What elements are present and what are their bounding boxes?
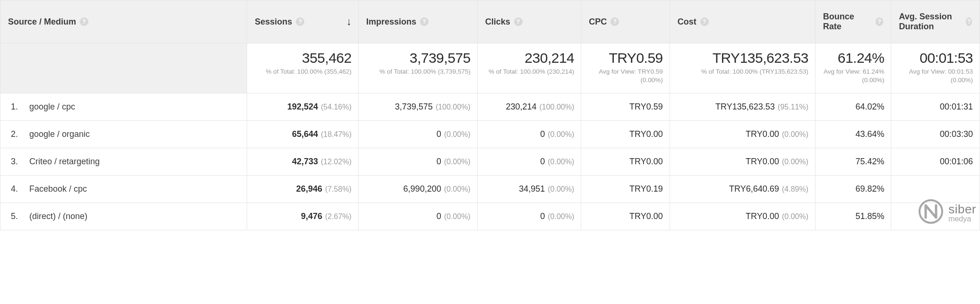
help-icon[interactable]: ? xyxy=(514,17,523,26)
totals-value: 61.24% xyxy=(822,50,885,66)
totals-cpc: TRY0.59 Avg for View: TRY0.59 (0.00%) xyxy=(581,43,670,93)
cpc-cell: TRY0.00 xyxy=(581,121,670,148)
report-table: Source / Medium ? Sessions ? ↓ Impressio… xyxy=(0,0,980,230)
avg-cell: 00:01:31 xyxy=(891,93,980,121)
impressions-cell: 0(0.00%) xyxy=(358,148,477,176)
source-cell[interactable]: 2. google / organic xyxy=(0,121,247,148)
percent: (0.00%) xyxy=(548,158,574,166)
value: 6,990,200 xyxy=(404,184,441,194)
avg-cell xyxy=(891,203,980,230)
row-number: 3. xyxy=(11,157,20,167)
percent: (7.58%) xyxy=(325,185,352,193)
cost-cell: TRY0.00(0.00%) xyxy=(670,121,815,148)
value: TRY0.00 xyxy=(746,211,779,221)
value: TRY6,640.69 xyxy=(729,184,779,194)
percent: (18.47%) xyxy=(321,130,352,138)
totals-source-cell xyxy=(0,43,247,93)
value: 0 xyxy=(540,211,545,221)
row-number: 2. xyxy=(11,129,20,139)
value: 00:01:31 xyxy=(940,102,973,111)
totals-sub: % of Total: 100.00% (230,214) xyxy=(484,68,575,76)
source-medium: (direct) / (none) xyxy=(29,211,87,221)
table-row[interactable]: 1. google / cpc 192,524(54.16%) 3,739,57… xyxy=(0,93,980,121)
source-medium: google / cpc xyxy=(29,102,75,111)
table-row[interactable]: 4. Facebook / cpc 26,946(7.58%) 6,990,20… xyxy=(0,176,980,203)
table-row[interactable]: 3. Criteo / retargeting 42,733(12.02%) 0… xyxy=(0,148,980,176)
help-icon[interactable]: ? xyxy=(296,17,304,26)
col-header-avg-session[interactable]: Avg. Session Duration ? xyxy=(891,0,980,43)
col-header-clicks[interactable]: Clicks ? xyxy=(477,0,581,43)
help-icon[interactable]: ? xyxy=(80,17,88,26)
clicks-cell: 230,214(100.00%) xyxy=(477,93,581,121)
totals-bounce: 61.24% Avg for View: 61.24% (0.00%) xyxy=(815,43,891,93)
percent: (0.00%) xyxy=(548,212,574,220)
source-cell[interactable]: 3. Criteo / retargeting xyxy=(0,148,247,176)
col-header-label: CPC xyxy=(589,17,607,27)
source-cell[interactable]: 1. google / cpc xyxy=(0,93,247,121)
value: TRY0.00 xyxy=(746,129,779,139)
col-header-cpc[interactable]: CPC ? xyxy=(581,0,670,43)
value: 43.64% xyxy=(855,129,884,139)
bounce-cell: 43.64% xyxy=(815,121,891,148)
percent: (0.00%) xyxy=(548,130,574,138)
value: 3,739,575 xyxy=(395,102,433,111)
percent: (100.00%) xyxy=(539,103,574,111)
value: 230,214 xyxy=(506,102,536,111)
cpc-cell: TRY0.00 xyxy=(581,148,670,176)
col-header-impressions[interactable]: Impressions ? xyxy=(358,0,477,43)
bounce-cell: 75.42% xyxy=(815,148,891,176)
sort-descending-icon[interactable]: ↓ xyxy=(346,16,352,28)
percent: (4.89%) xyxy=(782,185,808,193)
sessions-cell: 26,946(7.58%) xyxy=(247,176,359,203)
value: 75.42% xyxy=(855,157,884,166)
percent: (0.00%) xyxy=(548,185,574,193)
avg-cell xyxy=(891,176,980,203)
bounce-cell: 64.02% xyxy=(815,93,891,121)
col-header-label: Source / Medium xyxy=(8,17,76,27)
percent: (0.00%) xyxy=(782,130,808,138)
totals-sub: Avg for View: 61.24% (0.00%) xyxy=(822,68,885,84)
help-icon[interactable]: ? xyxy=(610,17,619,26)
table-row[interactable]: 5. (direct) / (none) 9,476(2.67%) 0(0.00… xyxy=(0,203,980,230)
source-medium: Criteo / retargeting xyxy=(29,157,100,166)
col-header-label: Cost xyxy=(678,17,696,27)
totals-sub: % of Total: 100.00% (TRY135,623.53) xyxy=(677,68,808,76)
percent: (2.67%) xyxy=(325,212,352,220)
percent: (12.02%) xyxy=(321,158,352,166)
help-icon[interactable]: ? xyxy=(420,17,429,26)
help-icon[interactable]: ? xyxy=(700,17,709,26)
totals-sessions: 355,462 % of Total: 100.00% (355,462) xyxy=(247,43,359,93)
percent: (0.00%) xyxy=(782,212,808,220)
row-number: 1. xyxy=(11,102,20,112)
value: 64.02% xyxy=(855,102,884,111)
totals-value: 355,462 xyxy=(254,50,352,66)
col-header-source[interactable]: Source / Medium ? xyxy=(0,0,247,43)
value: 51.85% xyxy=(855,211,884,221)
col-header-cost[interactable]: Cost ? xyxy=(670,0,815,43)
clicks-cell: 34,951(0.00%) xyxy=(477,176,581,203)
impressions-cell: 6,990,200(0.00%) xyxy=(358,176,477,203)
totals-value: TRY135,623.53 xyxy=(677,50,808,66)
value: 0 xyxy=(437,129,441,139)
row-number: 4. xyxy=(11,184,20,194)
value: 0 xyxy=(437,211,441,221)
bounce-cell: 69.82% xyxy=(815,176,891,203)
totals-impressions: 3,739,575 % of Total: 100.00% (3,739,575… xyxy=(358,43,477,93)
row-number: 5. xyxy=(11,211,20,221)
totals-clicks: 230,214 % of Total: 100.00% (230,214) xyxy=(477,43,581,93)
totals-sub: % of Total: 100.00% (3,739,575) xyxy=(365,68,471,76)
source-cell[interactable]: 5. (direct) / (none) xyxy=(0,203,247,230)
value: 00:03:30 xyxy=(940,129,973,139)
source-medium: Facebook / cpc xyxy=(29,184,87,194)
sessions-cell: 65,644(18.47%) xyxy=(247,121,359,148)
source-cell[interactable]: 4. Facebook / cpc xyxy=(0,176,247,203)
percent: (0.00%) xyxy=(444,212,471,220)
help-icon[interactable]: ? xyxy=(876,17,884,26)
percent: (54.16%) xyxy=(321,103,352,111)
table-row[interactable]: 2. google / organic 65,644(18.47%) 0(0.0… xyxy=(0,121,980,148)
col-header-bounce[interactable]: Bounce Rate ? xyxy=(815,0,891,43)
impressions-cell: 3,739,575(100.00%) xyxy=(358,93,477,121)
help-icon[interactable]: ? xyxy=(966,17,972,26)
col-header-sessions[interactable]: Sessions ? ↓ xyxy=(247,0,359,43)
percent: (0.00%) xyxy=(444,158,471,166)
